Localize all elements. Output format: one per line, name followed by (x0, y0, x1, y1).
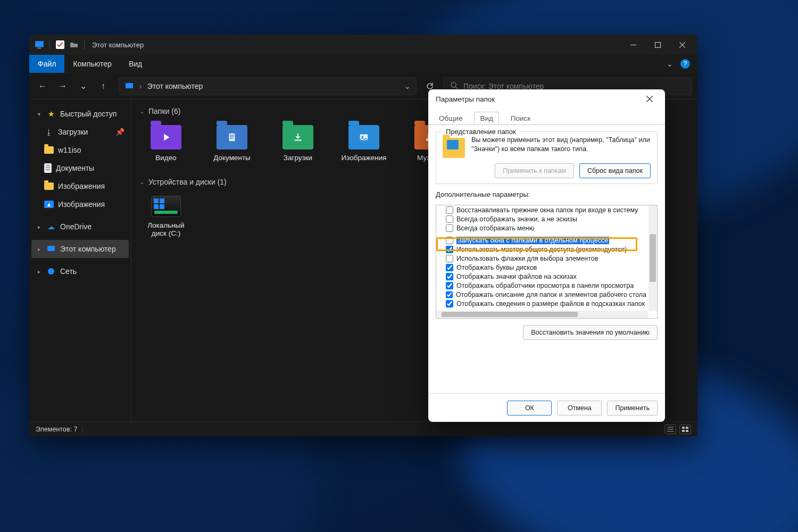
status-items: Элементов: 7 (36, 426, 77, 433)
sidebar-label: Сеть (60, 267, 77, 276)
picture-icon: ▲ (44, 201, 54, 208)
close-button[interactable] (670, 35, 694, 55)
dialog-close-button[interactable] (642, 91, 658, 107)
sidebar-onedrive[interactable]: ▸ ☁ OneDrive (31, 218, 129, 236)
reset-folders-button[interactable]: Сброс вида папок (579, 163, 651, 178)
nav-forward-button[interactable]: → (55, 78, 71, 94)
sidebar-network[interactable]: ▸ Сеть (31, 262, 129, 280)
view-details-button[interactable] (664, 425, 676, 434)
address-bar[interactable]: › Этот компьютер ⌄ (119, 77, 417, 95)
status-bar: Элементов: 7 (29, 421, 697, 436)
svg-rect-15 (682, 430, 685, 432)
option-label: Отображать буквы дисков (456, 264, 537, 271)
advanced-option[interactable]: Отображать буквы дисков (436, 263, 649, 272)
breadcrumb-this-pc[interactable]: Этот компьютер (147, 82, 203, 90)
advanced-option[interactable]: Отображать сведения о размере файлов в п… (436, 299, 649, 308)
option-checkbox[interactable] (446, 273, 453, 280)
tile-label: Загрузки (284, 154, 312, 162)
sidebar-item-label: Загрузки (58, 128, 88, 136)
chevron-down-icon: ⌄ (140, 179, 144, 185)
chevron-down-icon: ▾ (36, 111, 42, 117)
tile-label: Документы (213, 154, 251, 162)
svg-rect-13 (682, 427, 685, 429)
sidebar-label: Быстрый доступ (60, 110, 117, 118)
svg-rect-14 (686, 427, 688, 429)
advanced-option[interactable]: Отображать значки файлов на эскизах (436, 272, 649, 281)
dialog-actions: ОК Отмена Применить (428, 393, 665, 422)
svg-point-5 (451, 82, 456, 87)
address-dropdown-icon[interactable]: ⌄ (404, 82, 411, 90)
folder-tile-pictures[interactable]: Изображения (341, 125, 387, 162)
advanced-option[interactable]: Всегда отображать меню (436, 223, 649, 232)
nav-back-button[interactable]: ← (35, 78, 51, 94)
option-checkbox[interactable] (446, 206, 453, 214)
vertical-scrollbar[interactable] (649, 205, 657, 311)
advanced-option[interactable]: Отображать описание для папок и элементо… (436, 290, 649, 299)
ribbon-tab-view[interactable]: Вид (120, 55, 151, 73)
ribbon-tab-computer[interactable]: Компьютер (64, 55, 120, 73)
option-checkbox[interactable] (446, 246, 453, 253)
pc-icon (46, 244, 56, 254)
tab-search[interactable]: Поиск (505, 112, 536, 124)
help-icon[interactable]: ? (680, 59, 690, 69)
minimize-button[interactable] (621, 35, 645, 55)
tab-general[interactable]: Общие (434, 112, 468, 124)
advanced-option[interactable]: Отображать обработчики просмотра в панел… (436, 281, 649, 290)
option-label: Отображать описание для папок и элементо… (456, 291, 646, 298)
this-pc-title-icon (35, 40, 44, 49)
folder-options-dialog: Параметры папок Общие Вид Поиск Представ… (428, 89, 665, 422)
apply-to-folders-button[interactable]: Применить к папкам (495, 163, 574, 178)
option-checkbox[interactable] (446, 232, 453, 236)
nav-up-button[interactable]: ↑ (95, 78, 111, 94)
group-title: Папки (6) (148, 107, 180, 115)
sidebar-item-w11iso[interactable]: w11iso (31, 141, 129, 159)
option-checkbox[interactable] (446, 255, 453, 262)
horizontal-scrollbar[interactable] (436, 311, 649, 318)
group-title: Представление папок (443, 128, 519, 136)
advanced-settings-list[interactable]: Восстанавливать прежние окна папок при в… (436, 205, 658, 319)
advanced-option[interactable]: Всегда отображать значки, а не эскизы (436, 214, 649, 223)
download-icon: ⭳ (44, 127, 54, 137)
folder-tile-downloads[interactable]: Загрузки (275, 125, 321, 162)
option-checkbox[interactable] (446, 264, 453, 271)
sidebar-item-documents[interactable]: Документы (31, 159, 129, 177)
option-checkbox[interactable] (446, 282, 453, 289)
ok-button[interactable]: ОК (507, 401, 552, 415)
option-label: Всегда отображать меню (456, 225, 534, 232)
advanced-option[interactable]: Использовать флажки для выбора элементов (436, 254, 649, 263)
option-checkbox[interactable] (446, 300, 453, 307)
sidebar-quick-access[interactable]: ▾ ★ Быстрый доступ (31, 105, 129, 123)
sidebar-label: OneDrive (60, 222, 92, 231)
restore-defaults-button[interactable]: Восстановить значения по умолчанию (523, 325, 658, 340)
sidebar-item-downloads[interactable]: ⭳ Загрузки 📌 (31, 123, 129, 141)
dialog-titlebar: Параметры папок (428, 89, 665, 109)
option-checkbox[interactable] (446, 225, 453, 232)
ribbon-tab-file[interactable]: Файл (29, 55, 64, 73)
advanced-option[interactable]: Восстанавливать прежние окна папок при в… (436, 205, 649, 214)
svg-rect-0 (35, 41, 44, 47)
advanced-option[interactable]: Использовать мастер общего доступа (реко… (436, 245, 649, 254)
option-checkbox[interactable] (446, 237, 453, 244)
apply-button[interactable]: Применить (607, 401, 658, 415)
sidebar-item-pictures[interactable]: Изображения (31, 177, 129, 195)
advanced-option[interactable]: Запускать окна с папками в отдельном про… (436, 236, 649, 245)
maximize-button[interactable] (645, 35, 670, 55)
folder-tile-documents[interactable]: Документы (209, 125, 255, 162)
option-label: Использовать мастер общего доступа (реко… (456, 246, 627, 253)
ribbon-expand-icon[interactable]: ⌄ (667, 60, 673, 68)
cancel-button[interactable]: Отмена (557, 401, 602, 415)
tab-view[interactable]: Вид (474, 112, 498, 124)
svg-rect-4 (126, 83, 133, 88)
sidebar-this-pc[interactable]: ▸ Этот компьютер (31, 240, 129, 258)
folder-icon (44, 182, 54, 190)
drive-icon (151, 196, 181, 217)
folder-tile-videos[interactable]: Видео (143, 125, 189, 162)
folder-options-icon (443, 138, 465, 158)
view-tiles-button[interactable] (679, 425, 691, 434)
drive-tile-c[interactable]: Локальный диск (C:) (143, 196, 189, 237)
sidebar-item-pictures-lib[interactable]: ▲ Изображения (31, 195, 129, 213)
option-checkbox[interactable] (446, 291, 453, 298)
tile-label: Изображения (342, 154, 387, 162)
option-checkbox[interactable] (446, 215, 453, 223)
nav-recent-button[interactable]: ⌄ (75, 78, 91, 94)
